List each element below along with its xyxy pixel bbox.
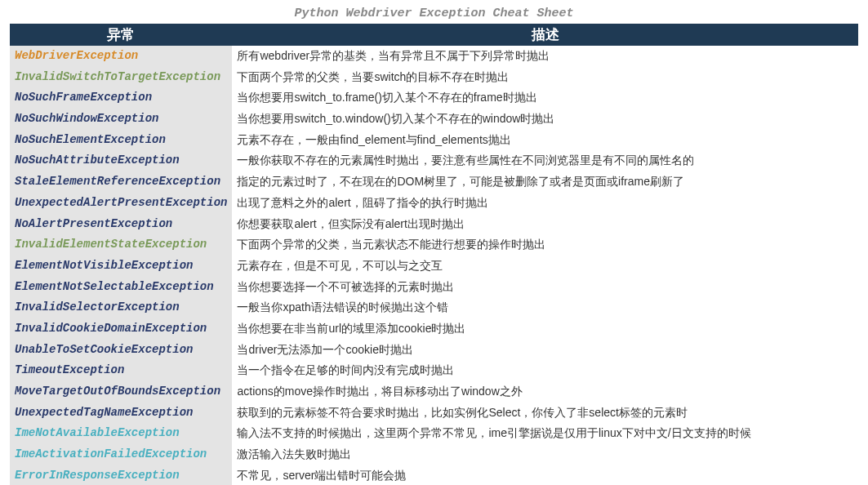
exception-description: 当你想要用switch_to.window()切入某个不存在的window时抛出 — [232, 109, 858, 130]
exception-name: StaleElementReferenceException — [10, 171, 232, 193]
table-row: NoSuchFrameException当你想要用switch_to.frame… — [10, 87, 858, 109]
exception-description: 获取到的元素标签不符合要求时抛出，比如实例化Select，你传入了非select… — [232, 403, 858, 424]
table-row: UnableToSetCookieException当driver无法添加一个c… — [10, 340, 858, 361]
exception-name: UnexpectedAlertPresentException — [10, 193, 232, 214]
exception-description: 当一个指令在足够的时间内没有完成时抛出 — [232, 360, 858, 381]
table-row: InvalidSelectorException一般当你xpath语法错误的时候… — [10, 297, 858, 318]
exception-description: 指定的元素过时了，不在现在的DOM树里了，可能是被删除了或者是页面或iframe… — [232, 171, 858, 193]
table-row: NoAlertPresentException你想要获取alert，但实际没有a… — [10, 214, 858, 235]
exception-name: WebDriverException — [10, 46, 232, 67]
table-row: NoSuchWindowException当你想要用switch_to.wind… — [10, 109, 858, 130]
exception-description: 当你想要用switch_to.frame()切入某个不存在的frame时抛出 — [232, 87, 858, 109]
table-row: TimeoutException当一个指令在足够的时间内没有完成时抛出 — [10, 360, 858, 381]
table-row: MoveTargetOutOfBoundsExceptionactions的mo… — [10, 381, 858, 403]
exception-description: 你想要获取alert，但实际没有alert出现时抛出 — [232, 214, 858, 235]
table-row: NoSuchElementException元素不存在，一般由find_elem… — [10, 130, 858, 151]
table-row: NoSuchAttributeException一般你获取不存在的元素属性时抛出… — [10, 150, 858, 171]
exception-name: NoSuchAttributeException — [10, 150, 232, 171]
exception-name: InvalidSwitchToTargetException — [10, 67, 232, 88]
header-exception: 异常 — [10, 24, 232, 46]
table-row: WebDriverException所有webdriver异常的基类，当有异常且… — [10, 46, 858, 67]
table-row: UnexpectedAlertPresentException出现了意料之外的a… — [10, 193, 858, 214]
exception-description: 下面两个异常的父类，当元素状态不能进行想要的操作时抛出 — [232, 234, 858, 256]
exception-name: InvalidCookieDomainException — [10, 318, 232, 340]
exception-table: 异常 描述 WebDriverException所有webdriver异常的基类… — [10, 24, 858, 485]
exception-name: NoSuchWindowException — [10, 109, 232, 130]
exception-description: 当driver无法添加一个cookie时抛出 — [232, 340, 858, 361]
exception-description: 下面两个异常的父类，当要switch的目标不存在时抛出 — [232, 67, 858, 88]
exception-name: NoSuchFrameException — [10, 87, 232, 109]
table-row: ImeNotAvailableException输入法不支持的时候抛出，这里两个… — [10, 423, 858, 444]
exception-name: NoAlertPresentException — [10, 214, 232, 235]
exception-name: NoSuchElementException — [10, 130, 232, 151]
exception-name: ErrorInResponseException — [10, 465, 232, 485]
table-row: ErrorInResponseException不常见，server端出错时可能… — [10, 465, 858, 485]
header-description: 描述 — [232, 24, 858, 46]
exception-name: TimeoutException — [10, 360, 232, 381]
exception-name: ElementNotVisibleException — [10, 256, 232, 277]
table-row: ElementNotSelectableException当你想要选择一个不可被… — [10, 277, 858, 298]
exception-description: 当你想要选择一个不可被选择的元素时抛出 — [232, 277, 858, 298]
exception-description: 一般你获取不存在的元素属性时抛出，要注意有些属性在不同浏览器里是有不同的属性名的 — [232, 150, 858, 171]
exception-name: MoveTargetOutOfBoundsException — [10, 381, 232, 403]
exception-name: UnexpectedTagNameException — [10, 403, 232, 424]
exception-name: ImeNotAvailableException — [10, 423, 232, 444]
exception-description: 激活输入法失败时抛出 — [232, 444, 858, 465]
table-row: UnexpectedTagNameException获取到的元素标签不符合要求时… — [10, 403, 858, 424]
exception-description: 当你想要在非当前url的域里添加cookie时抛出 — [232, 318, 858, 340]
exception-description: actions的move操作时抛出，将目标移动出了window之外 — [232, 381, 858, 403]
table-row: ElementNotVisibleException元素存在，但是不可见，不可以… — [10, 256, 858, 277]
page-title: Python Webdriver Exception Cheat Sheet — [10, 7, 858, 20]
table-row: InvalidCookieDomainException当你想要在非当前url的… — [10, 318, 858, 340]
exception-name: InvalidSelectorException — [10, 297, 232, 318]
exception-description: 输入法不支持的时候抛出，这里两个异常不常见，ime引擎据说是仅用于linux下对… — [232, 423, 858, 444]
exception-name: ElementNotSelectableException — [10, 277, 232, 298]
exception-name: ImeActivationFailedException — [10, 444, 232, 465]
table-row: StaleElementReferenceException指定的元素过时了，不… — [10, 171, 858, 193]
table-row: InvalidSwitchToTargetException下面两个异常的父类，… — [10, 67, 858, 88]
table-row: InvalidElementStateException下面两个异常的父类，当元… — [10, 234, 858, 256]
exception-description: 一般当你xpath语法错误的时候抛出这个错 — [232, 297, 858, 318]
exception-description: 出现了意料之外的alert，阻碍了指令的执行时抛出 — [232, 193, 858, 214]
exception-name: UnableToSetCookieException — [10, 340, 232, 361]
exception-description: 不常见，server端出错时可能会抛 — [232, 465, 858, 485]
exception-description: 元素存在，但是不可见，不可以与之交互 — [232, 256, 858, 277]
exception-description: 元素不存在，一般由find_element与find_elements抛出 — [232, 130, 858, 151]
table-row: ImeActivationFailedException激活输入法失败时抛出 — [10, 444, 858, 465]
exception-description: 所有webdriver异常的基类，当有异常且不属于下列异常时抛出 — [232, 46, 858, 67]
exception-name: InvalidElementStateException — [10, 234, 232, 256]
